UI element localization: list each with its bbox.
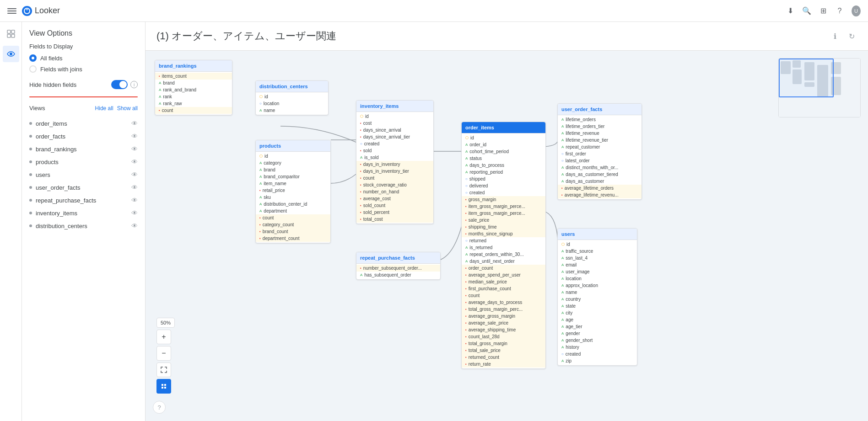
radio-fields-joins[interactable]: Fields with joins: [29, 65, 138, 73]
measure-icon: ▪: [465, 348, 467, 352]
erd-field: ○delivered: [462, 182, 545, 189]
dim-icon: A: [561, 172, 564, 176]
table-inventory-items[interactable]: inventory_items ⬡id ▪cost ▪days_since_ar…: [356, 100, 434, 224]
help-nav-icon[interactable]: ?: [835, 6, 844, 16]
toggle-label: Hide hidden fields: [29, 81, 76, 88]
erd-field: Acohort_time_period: [462, 148, 545, 155]
toggle-row: Hide hidden fields i: [29, 80, 138, 89]
download-icon[interactable]: ⬇: [786, 6, 795, 16]
left-panel: View Options Fields to Display All field…: [22, 22, 146, 421]
menu-icon[interactable]: [7, 6, 16, 16]
logo-icon: [22, 6, 32, 16]
key-icon: ⬡: [259, 154, 263, 158]
toggle-with-info: i: [111, 80, 138, 89]
visibility-icon[interactable]: 👁: [131, 158, 138, 165]
measure-icon: ▪: [159, 74, 160, 78]
table-body: ▪items_count Abrand Arank_and_brand Aran…: [155, 72, 232, 115]
measure-icon: ▪: [465, 328, 467, 332]
minimap[interactable]: [778, 58, 861, 117]
measure-icon: ▪: [360, 183, 361, 187]
diagram-area[interactable]: brand_rankings ▪items_count Abrand Arank…: [146, 51, 868, 421]
erd-field: ▪item_gross_margin_perce...: [462, 203, 545, 210]
view-name: users: [36, 171, 50, 178]
measure-icon: ▪: [465, 280, 467, 284]
zoom-in-button[interactable]: +: [156, 330, 171, 344]
key-icon: ⬡: [561, 242, 565, 246]
bullet: [29, 212, 32, 214]
erd-field: ▪sold_count: [356, 202, 433, 209]
visibility-icon[interactable]: 👁: [131, 209, 138, 217]
help-icon[interactable]: ?: [153, 401, 166, 414]
visibility-icon[interactable]: 👁: [131, 222, 138, 229]
erd-field: ○latest_order: [558, 157, 642, 164]
erd-field: Alifetime_orders_tier: [558, 123, 642, 130]
table-user-order-facts[interactable]: user_order_facts Alifetime_orders Alifet…: [557, 103, 642, 200]
sidebar-grid-icon[interactable]: [3, 26, 19, 42]
measure-icon: ▪: [360, 162, 361, 166]
hide-hidden-toggle[interactable]: [111, 80, 128, 89]
erd-field: ▪order_count: [462, 265, 545, 272]
dim-icon: A: [561, 318, 564, 322]
visibility-icon[interactable]: 👁: [131, 133, 138, 140]
toggle-info-icon[interactable]: i: [130, 81, 138, 88]
measure-icon: ▪: [360, 217, 361, 221]
measure-icon: ▪: [465, 211, 467, 215]
radio-circle-joins: [29, 65, 37, 73]
content-header: (1) オーダー、アイテム、ユーザー関連 ℹ ↻: [146, 22, 868, 51]
view-name: user_order_facts: [36, 184, 81, 191]
radio-all-fields[interactable]: All fields: [29, 54, 138, 62]
dim-icon: A: [360, 273, 362, 277]
dim-icon: A: [561, 290, 564, 294]
erd-field: Alocation: [558, 275, 637, 282]
erd-field: ▪average_shipping_time: [462, 326, 545, 333]
erd-field: ▪sold_percent: [356, 209, 433, 216]
erd-field: ▪category_count: [256, 221, 330, 228]
bullet: [29, 224, 32, 227]
visibility-icon[interactable]: 👁: [131, 171, 138, 178]
show-all-link[interactable]: Show all: [117, 105, 138, 112]
erd-field: Alifetime_revenue: [558, 130, 642, 137]
dim-icon: A: [159, 95, 161, 99]
measure-icon: ▪: [465, 341, 467, 346]
refresh-header-icon[interactable]: ↻: [846, 31, 857, 42]
erd-field: ▪item_gross_margin_perce...: [462, 210, 545, 217]
table-repeat-purchase-facts[interactable]: repeat_purchase_facts ▪number_subsequent…: [356, 252, 441, 280]
erd-field: ▪stock_coverage_ratio: [356, 181, 433, 188]
erd-field: ⬡id: [256, 153, 330, 160]
table-order-items[interactable]: order_items ⬡id Aorder_id Acohort_time_p…: [461, 122, 546, 369]
dim-icon: A: [360, 155, 362, 160]
visibility-icon[interactable]: 👁: [131, 197, 138, 204]
erd-field: ▪average_sale_price: [462, 320, 545, 326]
grid-nav-icon[interactable]: ⊞: [819, 6, 828, 16]
table-body: ⬡id Atraffic_source Assn_last_4 Aemail A…: [558, 240, 637, 365]
views-section-title: Views: [29, 105, 45, 112]
radio-circle-all: [29, 54, 37, 62]
views-header: Views Hide all Show all: [29, 105, 138, 112]
table-users[interactable]: users ⬡id Atraffic_source Assn_last_4 Ae…: [557, 228, 637, 366]
measure-icon: ▪: [259, 188, 261, 192]
zoom-level: 50%: [156, 318, 175, 328]
hide-all-link[interactable]: Hide all: [95, 105, 113, 112]
zoom-out-button[interactable]: −: [156, 346, 171, 361]
erd-field: Ais_sold: [356, 154, 433, 161]
calc-icon: ○: [465, 184, 468, 188]
erd-field: Agender_short: [558, 337, 637, 344]
visibility-icon[interactable]: 👁: [131, 145, 138, 153]
zoom-action-button[interactable]: [156, 379, 171, 394]
svg-rect-4: [7, 34, 11, 37]
fields-to-display-title: Fields to Display: [29, 43, 138, 50]
info-header-icon[interactable]: ℹ: [830, 31, 841, 42]
table-distribution-centers[interactable]: distribution_centers ⬡id ○location Aname: [255, 80, 329, 115]
measure-icon: ▪: [465, 225, 467, 229]
visibility-icon[interactable]: 👁: [131, 184, 138, 191]
table-brand-rankings[interactable]: brand_rankings ▪items_count Abrand Arank…: [155, 60, 232, 115]
zoom-fit-button[interactable]: [156, 362, 171, 377]
table-products[interactable]: products ⬡id Acategory Abrand Abrand_com…: [255, 140, 331, 243]
erd-field: Acategory: [256, 160, 330, 166]
profile-nav-icon[interactable]: U: [852, 6, 861, 16]
visibility-icon[interactable]: 👁: [131, 120, 138, 127]
sidebar-eye-icon[interactable]: [3, 46, 19, 62]
logo-text: Looker: [35, 6, 60, 16]
search-nav-icon[interactable]: 🔍: [802, 6, 811, 16]
erd-field: ▪average_days_to_process: [462, 299, 545, 306]
